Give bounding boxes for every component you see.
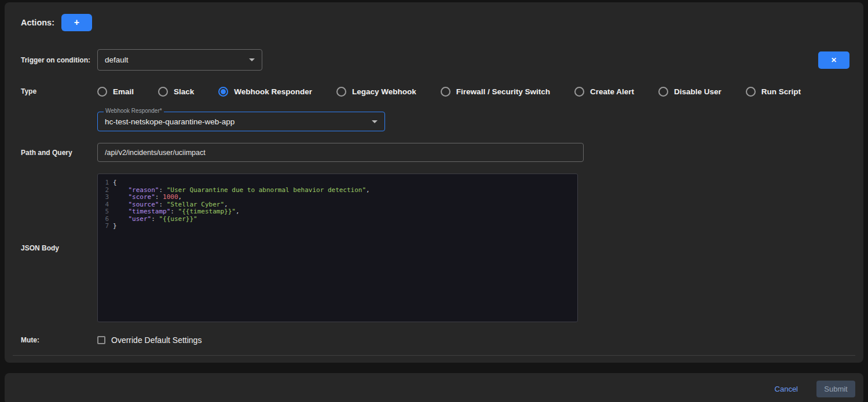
path-and-query-row: Path and Query xyxy=(5,143,863,162)
radio-dot xyxy=(661,89,666,94)
override-default-settings-checkbox[interactable] xyxy=(97,336,105,344)
radio-icon[interactable] xyxy=(746,87,756,97)
close-icon: ✕ xyxy=(831,56,837,64)
line-number: 3 xyxy=(98,194,109,201)
type-option-firewall-security-switch[interactable]: Firewall / Security Switch xyxy=(441,87,550,97)
json-code-content[interactable]: { "reason": "User Quarantine due to abno… xyxy=(113,179,370,322)
radio-label: Disable User xyxy=(674,87,721,96)
radio-dot xyxy=(339,89,344,94)
line-number: 1 xyxy=(98,179,109,187)
trigger-condition-value: default xyxy=(105,56,129,64)
code-line: } xyxy=(113,223,370,230)
radio-label: Legacy Webhook xyxy=(352,87,416,96)
webhook-responder-float-label: Webhook Responder* xyxy=(104,108,164,114)
type-label: Type xyxy=(21,87,97,95)
action-config-panel: Actions: + Trigger on condition: default… xyxy=(5,2,863,363)
json-body-editor[interactable]: 1234567 { "reason": "User Quarantine due… xyxy=(97,174,578,322)
section-divider xyxy=(13,355,855,356)
remove-action-button[interactable]: ✕ xyxy=(818,51,849,69)
add-action-button[interactable]: + xyxy=(61,14,92,31)
mute-label: Mute: xyxy=(21,336,97,344)
type-options-group: EmailSlackWebhook ResponderLegacy Webhoo… xyxy=(97,87,801,97)
path-and-query-input[interactable] xyxy=(97,143,584,162)
type-option-disable-user[interactable]: Disable User xyxy=(658,87,721,97)
radio-dot xyxy=(748,89,753,94)
code-line: "user": "{{user}}" xyxy=(113,216,370,223)
radio-icon[interactable] xyxy=(158,87,168,97)
radio-icon[interactable] xyxy=(574,87,584,97)
type-option-slack[interactable]: Slack xyxy=(158,87,194,97)
json-body-label: JSON Body xyxy=(21,244,97,252)
type-option-webhook-responder[interactable]: Webhook Responder xyxy=(218,87,312,97)
override-default-settings-label: Override Default Settings xyxy=(111,335,202,345)
submit-button[interactable]: Submit xyxy=(816,381,855,397)
type-option-create-alert[interactable]: Create Alert xyxy=(574,87,634,97)
radio-label: Run Script xyxy=(761,87,801,96)
radio-dot xyxy=(443,89,448,94)
line-number-gutter: 1234567 xyxy=(98,179,113,322)
radio-icon[interactable] xyxy=(336,87,346,97)
radio-dot xyxy=(100,89,105,94)
radio-label: Email xyxy=(113,87,134,96)
webhook-responder-value: hc-test-netskope-quarantine-web-app xyxy=(105,117,235,126)
type-option-email[interactable]: Email xyxy=(97,87,134,97)
radio-icon[interactable] xyxy=(97,87,107,97)
plus-icon: + xyxy=(74,17,79,28)
type-option-run-script[interactable]: Run Script xyxy=(746,87,801,97)
radio-dot xyxy=(221,89,226,94)
cancel-button[interactable]: Cancel xyxy=(771,384,801,394)
radio-label: Slack xyxy=(174,87,194,96)
line-number: 5 xyxy=(98,208,109,216)
json-body-row: JSON Body 1234567 { "reason": "User Quar… xyxy=(5,174,863,322)
radio-dot xyxy=(160,89,166,94)
radio-selected-icon[interactable] xyxy=(218,87,228,97)
chevron-down-icon xyxy=(372,120,378,123)
radio-icon[interactable] xyxy=(658,87,668,97)
actions-label: Actions: xyxy=(21,18,54,27)
webhook-responder-select[interactable]: Webhook Responder* hc-test-netskope-quar… xyxy=(97,112,385,131)
chevron-down-icon xyxy=(249,58,255,61)
type-option-legacy-webhook[interactable]: Legacy Webhook xyxy=(336,87,416,97)
radio-dot xyxy=(577,89,582,94)
radio-label: Webhook Responder xyxy=(234,87,312,96)
webhook-responder-row: Webhook Responder* hc-test-netskope-quar… xyxy=(5,112,863,131)
trigger-condition-select[interactable]: default xyxy=(97,49,262,71)
radio-icon[interactable] xyxy=(441,87,451,97)
type-row: Type EmailSlackWebhook ResponderLegacy W… xyxy=(5,86,863,97)
footer-action-bar: Cancel Submit xyxy=(5,373,863,402)
mute-row: Mute: Override Default Settings xyxy=(5,335,863,345)
radio-label: Firewall / Security Switch xyxy=(456,87,550,96)
radio-label: Create Alert xyxy=(590,87,634,96)
actions-header: Actions: + xyxy=(5,14,863,31)
trigger-condition-label: Trigger on condition: xyxy=(21,56,97,64)
trigger-row: Trigger on condition: default ✕ xyxy=(5,49,863,71)
line-number: 7 xyxy=(98,223,109,230)
path-and-query-label: Path and Query xyxy=(21,149,97,157)
